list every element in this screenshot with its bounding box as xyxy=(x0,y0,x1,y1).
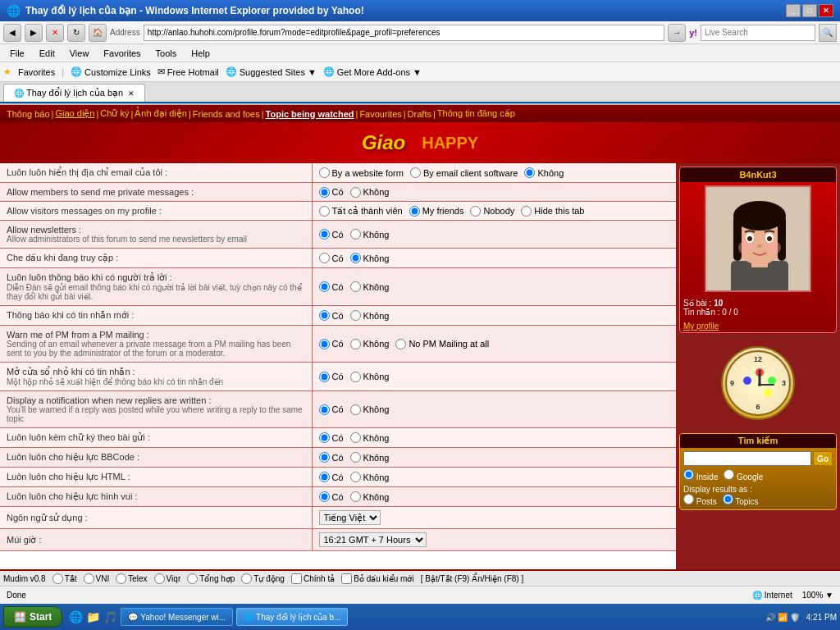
address-label: Address xyxy=(110,28,140,37)
fav-suggested-label: Suggested Sites xyxy=(240,67,305,77)
search-input[interactable] xyxy=(701,25,815,41)
title-bar: 🌐 Thay đổi lý lịch của bạn - Windows Int… xyxy=(0,0,840,21)
fav-suggested[interactable]: 🌐 Suggested Sites ▼ xyxy=(226,66,317,77)
fav-addons[interactable]: 🌐 Get More Add-ons ▼ xyxy=(323,66,422,77)
ie-small-icon: 🌐 xyxy=(71,66,82,77)
tab-close-icon[interactable]: ✕ xyxy=(128,89,135,98)
close-button[interactable]: ✕ xyxy=(819,4,833,17)
minimize-button[interactable]: _ xyxy=(786,4,801,17)
menu-help[interactable]: Help xyxy=(185,47,217,60)
fav-favorites[interactable]: Favorites xyxy=(18,67,55,77)
address-bar: ◀ ▶ ✕ ↻ 🏠 Address → y! 🔍 xyxy=(0,21,840,44)
fav-customize-label: Customize Links xyxy=(84,67,151,77)
ie-tab-icon: 🌐 xyxy=(14,89,24,98)
menu-favorites[interactable]: Favorites xyxy=(97,47,147,60)
favorites-bar: ★ Favorites | 🌐 Customize Links ✉ Free H… xyxy=(0,62,840,82)
tab-label: Thay đổi lý lịch của bạn xyxy=(26,88,123,98)
fav-hotmail-label: Free Hotmail xyxy=(167,67,219,77)
restore-button[interactable]: □ xyxy=(802,4,817,17)
stop-button[interactable]: ✕ xyxy=(46,24,64,42)
fav-customize[interactable]: 🌐 Customize Links xyxy=(71,66,151,77)
fav-favorites-label: Favorites xyxy=(18,67,55,77)
suggested-icon: 🌐 xyxy=(226,66,237,77)
menu-file[interactable]: File xyxy=(3,47,31,60)
yahoo-logo: y! xyxy=(689,28,697,38)
refresh-button[interactable]: ↻ xyxy=(67,24,85,42)
forward-button[interactable]: ▶ xyxy=(25,24,43,42)
home-button[interactable]: 🏠 xyxy=(89,24,107,42)
menu-bar: File Edit View Favorites Tools Help xyxy=(0,44,840,62)
hotmail-icon: ✉ xyxy=(158,66,165,77)
back-button[interactable]: ◀ xyxy=(3,24,21,42)
addons-icon: 🌐 xyxy=(323,66,335,77)
favorites-star-icon: ★ xyxy=(3,66,11,77)
address-input[interactable] xyxy=(144,25,665,41)
window-controls: _ □ ✕ xyxy=(786,4,833,17)
address-go-button[interactable]: → xyxy=(668,24,686,42)
ie-icon: 🌐 xyxy=(7,4,21,17)
menu-view[interactable]: View xyxy=(63,47,96,60)
window-title: Thay đổi lý lịch của bạn - Windows Inter… xyxy=(25,5,364,16)
menu-tools[interactable]: Tools xyxy=(149,47,184,60)
search-go-button[interactable]: 🔍 xyxy=(819,24,837,42)
menu-edit[interactable]: Edit xyxy=(33,47,62,60)
tab-preferences[interactable]: 🌐 Thay đổi lý lịch của bạn ✕ xyxy=(3,84,145,102)
tab-bar: 🌐 Thay đổi lý lịch của bạn ✕ xyxy=(0,82,840,103)
title-bar-left: 🌐 Thay đổi lý lịch của bạn - Windows Int… xyxy=(7,4,364,17)
fav-addons-label: Get More Add-ons xyxy=(337,67,410,77)
fav-hotmail[interactable]: ✉ Free Hotmail xyxy=(158,66,219,77)
